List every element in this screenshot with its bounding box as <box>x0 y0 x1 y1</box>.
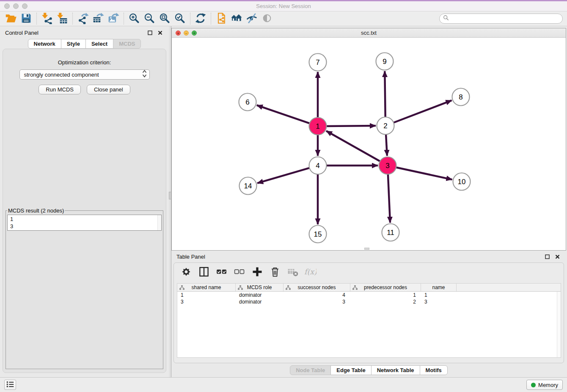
table-row[interactable]: 1dominator411 <box>177 292 561 298</box>
select-all-icon <box>216 266 228 279</box>
network-resize-grip[interactable] <box>364 248 369 250</box>
edge-1-2[interactable] <box>327 126 376 126</box>
zoom-fit-button[interactable] <box>157 12 172 25</box>
task-history-button[interactable] <box>4 380 16 390</box>
save-button[interactable] <box>19 12 34 25</box>
import-table-button[interactable] <box>55 12 70 25</box>
column-header-name[interactable]: name <box>421 284 457 291</box>
refresh-button[interactable] <box>193 12 208 25</box>
optimization-criterion-select[interactable]: strongly connected component <box>19 69 150 80</box>
close-panel-button[interactable]: Close panel <box>87 85 130 94</box>
node-11[interactable]: 11 <box>382 224 399 241</box>
search-input[interactable] <box>451 16 559 22</box>
delete-button[interactable] <box>268 265 282 279</box>
node-8[interactable]: 8 <box>452 88 470 106</box>
export-table-button[interactable] <box>91 12 106 25</box>
tab-select[interactable]: Select <box>85 39 113 49</box>
zoom-out-button[interactable] <box>142 12 157 25</box>
tab-style[interactable]: Style <box>61 39 86 49</box>
edge-2-8[interactable] <box>394 100 452 122</box>
delete-table-icon <box>287 266 299 279</box>
close-table-panel-icon[interactable] <box>553 253 561 260</box>
tab-edge-table[interactable]: Edge Table <box>330 365 371 375</box>
control-panel: Control Panel NetworkStyleSelectMCDS Opt… <box>0 26 169 377</box>
table-cell[interactable]: 3 <box>177 298 236 305</box>
edge-1-6[interactable] <box>257 105 309 124</box>
export-network-button[interactable] <box>75 12 91 25</box>
node-label: 7 <box>316 58 319 66</box>
hide-selected-button[interactable] <box>244 12 259 25</box>
tab-network-table[interactable]: Network Table <box>371 365 420 375</box>
tab-mcds[interactable]: MCDS <box>113 39 141 49</box>
import-network-button[interactable] <box>39 12 55 25</box>
node-2[interactable]: 2 <box>377 117 394 135</box>
clone-network-button[interactable] <box>214 12 229 25</box>
node-6[interactable]: 6 <box>239 94 256 111</box>
table-cell[interactable]: dominator <box>236 298 284 305</box>
columns-icon <box>198 266 210 279</box>
node-label: 8 <box>459 93 462 101</box>
edge-3-10[interactable] <box>396 168 452 180</box>
gear-button[interactable] <box>179 265 193 279</box>
float-panel-icon[interactable] <box>146 29 154 36</box>
table-cell[interactable]: 4 <box>284 292 350 298</box>
table-row[interactable]: 3dominator323 <box>177 298 561 305</box>
open-file-button[interactable] <box>3 12 19 25</box>
export-image-button[interactable] <box>106 12 121 25</box>
home-button[interactable] <box>229 12 244 25</box>
export-table-icon <box>92 12 104 25</box>
select-all-button[interactable] <box>215 265 229 279</box>
table-cell[interactable]: dominator <box>236 292 284 298</box>
node-1[interactable]: 1 <box>309 118 327 135</box>
columns-button[interactable] <box>197 265 211 279</box>
function-button[interactable]: f(x) <box>303 265 318 279</box>
table-cell[interactable]: 1 <box>421 292 457 298</box>
tab-node-table[interactable]: Node Table <box>290 365 331 375</box>
node-4[interactable]: 4 <box>309 157 327 174</box>
node-label: 11 <box>387 229 394 237</box>
edge-3-11[interactable] <box>388 174 390 223</box>
table-cell[interactable]: 3 <box>284 298 350 305</box>
select-chevrons-icon <box>142 70 147 79</box>
open-file-icon <box>5 12 17 25</box>
zoom-selected-button[interactable] <box>172 12 187 25</box>
result-scrollbar[interactable] <box>157 215 161 230</box>
memory-button[interactable]: Memory <box>526 380 563 390</box>
mcds-result-textarea[interactable]: 13 <box>7 215 162 231</box>
add-button[interactable] <box>250 265 264 279</box>
node-label: 6 <box>245 98 249 106</box>
node-14[interactable]: 14 <box>239 177 257 195</box>
table-cell[interactable]: 1 <box>177 292 236 298</box>
network-canvas[interactable]: 1234678910111415 <box>172 38 566 250</box>
show-all-button[interactable] <box>259 12 275 25</box>
run-mcds-button[interactable]: Run MCDS <box>39 85 81 94</box>
table-cell[interactable]: 3 <box>421 298 457 305</box>
tab-network[interactable]: Network <box>28 39 61 49</box>
mcds-result-title: MCDS result (2 nodes) <box>7 207 65 214</box>
edge-3-1[interactable] <box>326 131 380 161</box>
tree-icon <box>238 285 243 291</box>
close-panel-icon[interactable] <box>156 29 164 36</box>
edge-4-14[interactable] <box>257 168 309 183</box>
clear-selection-button[interactable] <box>232 265 247 279</box>
tab-motifs[interactable]: Motifs <box>420 365 448 375</box>
search-box[interactable] <box>439 14 563 24</box>
zoom-in-button[interactable] <box>127 12 142 25</box>
edge-2-3[interactable] <box>386 135 387 156</box>
column-header-successor-nodes[interactable]: successor nodes <box>284 284 350 291</box>
node-15[interactable]: 15 <box>309 226 327 243</box>
node-10[interactable]: 10 <box>453 173 471 190</box>
column-header-shared-name[interactable]: shared name <box>177 284 236 291</box>
node-3[interactable]: 3 <box>379 157 396 174</box>
table-cell[interactable]: 1 <box>350 292 421 298</box>
save-icon <box>20 12 32 25</box>
node-7[interactable]: 7 <box>309 54 327 71</box>
table-scrollbar[interactable] <box>557 292 561 357</box>
float-table-panel-icon[interactable] <box>543 253 551 260</box>
edge-2-9[interactable] <box>385 71 385 117</box>
node-9[interactable]: 9 <box>376 53 394 70</box>
column-header-predecessor-nodes[interactable]: predecessor nodes <box>350 284 421 291</box>
table-cell[interactable]: 2 <box>350 298 421 305</box>
column-header-mcds-role[interactable]: MCDS role <box>236 284 284 291</box>
delete-table-button[interactable] <box>286 265 300 279</box>
